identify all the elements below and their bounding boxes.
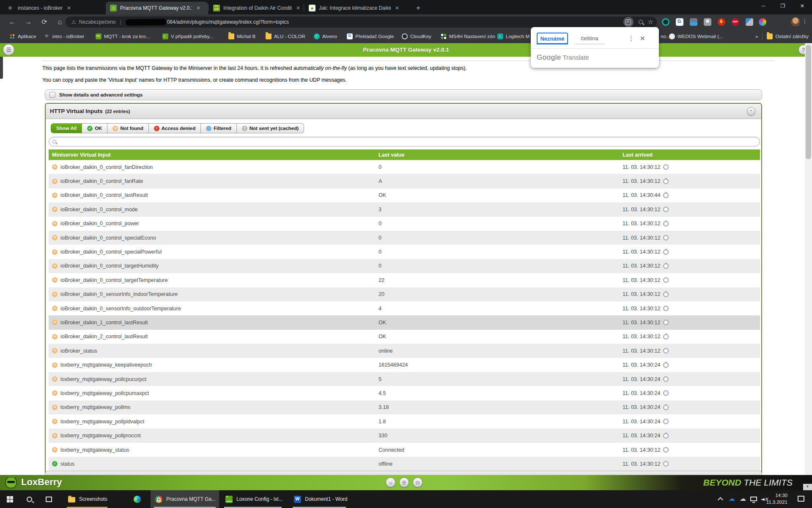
- translate-options-icon[interactable]: ⋮: [628, 35, 634, 42]
- scrollbar-down-arrow[interactable]: ▼: [803, 484, 812, 490]
- table-row[interactable]: ✕ioBroker_daikin_0_control_lastResultOK1…: [49, 188, 760, 202]
- browser-tab-3[interactable]: lox wikiIntegration of Daikin Air Condit…: [209, 2, 304, 14]
- start-button[interactable]: [0, 490, 19, 508]
- table-row[interactable]: ✕ioBroker_daikin_0_control_targetHumidit…: [49, 259, 760, 273]
- table-row[interactable]: ✕loxberry_mqttgateway_pollpidvalpct1.811…: [49, 414, 760, 428]
- table-row[interactable]: ✕ioBroker_statusonline11. 03. 14:30:12: [49, 344, 760, 358]
- back-icon[interactable]: ←: [8, 17, 17, 27]
- onedrive-grey-icon[interactable]: ☁: [740, 495, 746, 502]
- table-row[interactable]: ✕loxberry_mqttgateway_pollproccnt33011. …: [49, 428, 760, 442]
- reload-icon[interactable]: ⟳: [40, 17, 49, 27]
- stamp-extension-icon[interactable]: [690, 18, 697, 26]
- table-search-input[interactable]: [49, 137, 760, 146]
- task-view-icon[interactable]: [39, 490, 58, 508]
- table-row[interactable]: ✕ioBroker_daikin_0_control_fanRateA11. 0…: [49, 174, 760, 188]
- tab-close-icon[interactable]: ✕: [67, 5, 71, 11]
- bookmark-4[interactable]: V případě potřeby...: [162, 32, 213, 40]
- table-row[interactable]: ✕ioBroker_daikin_0_control_targetTempera…: [49, 273, 760, 287]
- table-row[interactable]: ✕loxberry_mqttgateway_keepaliveepoch1615…: [49, 358, 760, 372]
- table-row[interactable]: ✕loxberry_mqttgateway_pollms3.1811. 03. …: [49, 400, 760, 414]
- taskbar-search-icon[interactable]: [19, 490, 39, 508]
- bookmark-8[interactable]: Překladač Google: [347, 32, 394, 40]
- show-details-bar[interactable]: Show details and advanced settings: [45, 89, 762, 100]
- explorer-screenshots-task[interactable]: Screenshots: [63, 490, 111, 508]
- window-close-button[interactable]: ✕: [793, 0, 812, 13]
- translate-close-icon[interactable]: ✕: [640, 35, 645, 42]
- forward-icon[interactable]: →: [24, 17, 33, 27]
- browser-tab-4[interactable]: ▲Jak: Integrace klimatizace Daikin✕: [304, 2, 407, 14]
- translate-target-tab[interactable]: čeština: [575, 33, 604, 44]
- zoom-icon[interactable]: [639, 20, 643, 24]
- edge-task[interactable]: [129, 490, 148, 508]
- filter-not-sent-yet-cached-[interactable]: ?Not sent yet (cached): [237, 123, 304, 133]
- home-icon[interactable]: ⌂: [55, 17, 64, 27]
- grey-person-extension-icon[interactable]: [704, 18, 711, 26]
- url-text[interactable]: 084/admin/plugins/mqttgateway/index.cgi?…: [167, 19, 289, 25]
- tab-close-icon[interactable]: ✕: [395, 5, 399, 11]
- power-button[interactable]: ⏻: [413, 478, 422, 487]
- filter-not-found[interactable]: ✕Not found: [107, 123, 148, 133]
- address-bar[interactable]: ⚠ Nezabezpečeno | 084/admin/plugins/mqtt…: [66, 17, 657, 28]
- filter-ok[interactable]: ✓OK: [82, 123, 107, 133]
- next-section-bar[interactable]: [45, 471, 762, 475]
- panel-header[interactable]: HTTP Virtual Inputs (22 entries) ⌃: [46, 104, 761, 119]
- profile-avatar[interactable]: [791, 17, 800, 27]
- teal-ring-extension-icon[interactable]: [662, 18, 669, 26]
- filter-filtered[interactable]: Filtered: [201, 123, 237, 133]
- window-maximize-button[interactable]: ❐: [773, 0, 793, 13]
- bookmark-9[interactable]: CloudKey: [402, 32, 431, 40]
- bookmarks-overflow-chevron[interactable]: »: [755, 34, 758, 39]
- loxberry-menu-button[interactable]: ☰: [3, 44, 14, 55]
- other-bookmarks-button[interactable]: Ostatní záložky: [767, 32, 809, 40]
- home-button[interactable]: ⌂: [386, 478, 395, 487]
- tab-close-icon[interactable]: ✕: [196, 5, 200, 11]
- bookmark-13[interactable]: WEDOS Webmail (...: [669, 32, 723, 40]
- network-icon[interactable]: [750, 497, 757, 501]
- table-row[interactable]: ✕ioBroker_daikin_1_control_lastResultOK1…: [49, 315, 760, 329]
- table-row[interactable]: ✕ioBroker_daikin_0_control_specialPowerf…: [49, 245, 760, 259]
- table-row[interactable]: ✕ioBroker_daikin_0_control_mode311. 03. …: [49, 202, 760, 216]
- translate-page-icon[interactable]: [623, 17, 634, 27]
- filter-access-denied[interactable]: !Access denied: [149, 123, 201, 133]
- bookmark-10[interactable]: MS4H Nastavení zón: [441, 32, 495, 40]
- chrome-task[interactable]: Pracovna MQTT Ga...: [151, 490, 219, 508]
- tab-close-icon[interactable]: ✕: [296, 5, 300, 11]
- browser-tab-2[interactable]: ⌂Pracovna MQTT Gateway v2.0.1✕: [106, 2, 208, 14]
- security-label[interactable]: Nezabezpečeno: [79, 19, 116, 25]
- bookmark-7[interactable]: Alveno: [314, 32, 337, 40]
- translate-source-tab[interactable]: Neznámé: [537, 33, 568, 44]
- tray-chevron-icon[interactable]: [718, 497, 723, 502]
- table-row[interactable]: ✕ioBroker_daikin_0_control_power011. 03.…: [49, 217, 760, 231]
- table-row[interactable]: ✕loxberry_mqttgateway_statusConnected11.…: [49, 443, 760, 457]
- browser-menu-icon[interactable]: ⋮: [802, 18, 808, 25]
- table-row[interactable]: ✕ioBroker_daikin_0_sensorInfo_indoorTemp…: [49, 287, 760, 301]
- bookmark-6[interactable]: ALU - COLOR: [266, 32, 305, 40]
- table-row[interactable]: ✕ioBroker_daikin_0_control_specialEcono0…: [49, 231, 760, 245]
- table-row[interactable]: ✕ioBroker_daikin_0_sensorInfo_outdoorTem…: [49, 301, 760, 315]
- table-row[interactable]: ✕ioBroker_daikin_0_control_fanDirection0…: [49, 160, 760, 174]
- bookmark-2[interactable]: intro - ioBroker: [44, 32, 84, 40]
- tray-clock[interactable]: 14:30 11.3.2021: [766, 492, 787, 505]
- bookmark-1[interactable]: Aplikace: [9, 32, 36, 40]
- table-row[interactable]: ✕loxberry_mqttgateway_pollcpucurpct511. …: [49, 372, 760, 386]
- table-row[interactable]: ✕loxberry_mqttgateway_pollcpumaxpct4.511…: [49, 386, 760, 400]
- page-scrollbar[interactable]: [805, 43, 812, 490]
- color-wheel-extension-icon[interactable]: [759, 18, 766, 26]
- bookmark-5[interactable]: Michal B: [228, 32, 255, 40]
- bookmark-11[interactable]: Logitech M: [497, 32, 529, 40]
- show-details-checkbox[interactable]: [49, 92, 55, 98]
- new-tab-button[interactable]: +: [414, 3, 423, 13]
- pen-extension-icon[interactable]: [746, 18, 753, 26]
- table-row[interactable]: ✕ioBroker_daikin_2_control_lastResultOK1…: [49, 330, 760, 344]
- bookmark-3[interactable]: MQTT - krok za kro...: [96, 32, 150, 40]
- word-task[interactable]: Dokument1 - Word: [289, 490, 349, 508]
- browser-tab-1[interactable]: ✳instances - ioBroker✕: [3, 2, 105, 14]
- onedrive-blue-icon[interactable]: ☁: [729, 495, 735, 502]
- window-minimize-button[interactable]: ─: [754, 0, 773, 13]
- menu-button[interactable]: ☰: [399, 478, 409, 487]
- abp-adblock-extension-icon[interactable]: [732, 18, 739, 26]
- red-hand-extension-icon[interactable]: [718, 18, 725, 26]
- table-row[interactable]: ✓statusoffline11. 03. 14:30:12: [49, 457, 760, 471]
- collapse-chevron-icon[interactable]: ⌃: [747, 107, 755, 116]
- scrollbar-thumb[interactable]: [806, 45, 811, 159]
